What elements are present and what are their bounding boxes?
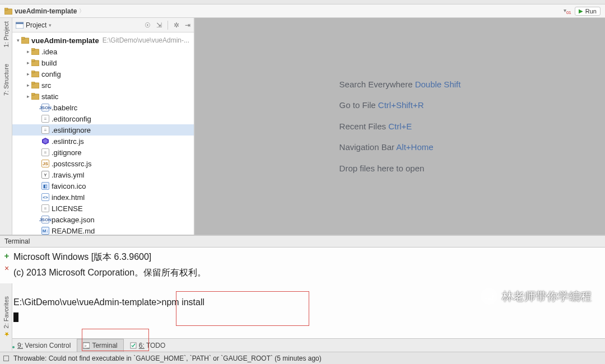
tree-file-eslintrcjs[interactable]: .eslintrc.js (12, 136, 194, 147)
tree-file-packagejson[interactable]: JSONpackage.json (12, 214, 194, 225)
file-icon: M↓ (41, 227, 49, 235)
tree-root[interactable]: ▾vueAdmin-templateE:\GitDemo\vue\vueAdmi… (12, 35, 194, 46)
svg-rect-5 (21, 37, 25, 39)
expand-arrow-icon[interactable]: ▸ (25, 94, 31, 99)
tree-folder-config[interactable]: ▸config (12, 68, 194, 80)
svg-rect-1 (4, 8, 8, 10)
welcome-hints: Search Everywhere Double Shift Go to Fil… (339, 74, 461, 179)
expand-arrow-icon[interactable]: ▾ (15, 38, 21, 43)
folder-icon (4, 8, 12, 15)
folder-icon (31, 48, 39, 55)
annotation-box-command (176, 291, 309, 326)
tool-tab-structure[interactable]: 7: Structure (3, 64, 10, 96)
file-icon: ≡ (41, 115, 49, 123)
tree-folder-build[interactable]: ▸build (12, 57, 194, 68)
tree-file-faviconico[interactable]: ◧favicon.ico (12, 180, 194, 192)
tree-file-babelrc[interactable]: JSON.babelrc (12, 102, 194, 113)
file-icon: ≡ (41, 126, 49, 134)
tree-folder-src[interactable]: ▸src (12, 80, 194, 91)
svg-point-19 (12, 346, 15, 348)
terminal-output[interactable]: Microsoft Windows [版本 6.3.9600] (c) 2013… (13, 248, 605, 338)
svg-rect-3 (16, 22, 24, 24)
project-panel: Project ▾ ☉ ⇲ ✲ ⇥ ▾vueAdmin-templateE:\G… (12, 18, 194, 235)
project-panel-header: Project ▾ ☉ ⇲ ✲ ⇥ (12, 18, 194, 32)
tab-terminal[interactable]: >_ Terminal (77, 339, 123, 352)
editor-empty-area[interactable]: Search Everywhere Double Shift Go to Fil… (194, 18, 605, 235)
tree-file-READMEmd[interactable]: M↓README.md (12, 225, 194, 235)
run-button[interactable]: ▶ Run (575, 7, 601, 16)
new-session-button[interactable]: + (4, 251, 10, 260)
collapse-icon[interactable]: ⇲ (156, 21, 162, 29)
eslint-icon (41, 137, 49, 145)
tab-version-control[interactable]: 9: Version Control (2, 339, 77, 352)
tree-folder-static[interactable]: ▸static (12, 91, 194, 102)
expand-arrow-icon[interactable]: ▸ (25, 49, 31, 54)
tree-file-LICENSE[interactable]: ≡LICENSE (12, 203, 194, 214)
svg-rect-13 (31, 82, 35, 84)
tree-file-indexhtml[interactable]: <>index.html (12, 192, 194, 203)
project-panel-icon (16, 22, 24, 29)
breadcrumb-root[interactable]: vueAdmin-template (15, 7, 77, 15)
bottom-tool-tabs: 9: Version Control >_ Terminal 6: TODO (0, 338, 605, 352)
close-session-button[interactable]: × (4, 264, 9, 273)
status-icon[interactable] (3, 356, 9, 361)
terminal-caret (13, 312, 18, 322)
tab-todo[interactable]: 6: TODO (124, 339, 172, 352)
target-icon[interactable]: ☉ (145, 21, 151, 29)
folder-icon (21, 37, 29, 44)
folder-icon (31, 59, 39, 66)
chevron-right-icon: 〉 (79, 7, 85, 15)
status-bar: Throwable: Could not find executable in … (0, 352, 605, 364)
svg-rect-15 (31, 93, 35, 95)
file-icon: Y (41, 171, 49, 179)
file-icon: JSON (41, 216, 49, 223)
expand-arrow-icon[interactable]: ▸ (25, 71, 31, 77)
file-icon: ≡ (41, 204, 49, 212)
file-icon: ◧ (41, 182, 49, 190)
svg-rect-7 (31, 48, 35, 50)
run-label: Run (585, 8, 597, 15)
tree-file-postcssrcjs[interactable]: JS.postcssrc.js (12, 158, 194, 169)
file-icon: <> (41, 193, 49, 201)
file-icon: JS (41, 160, 49, 167)
terminal-icon: >_ (83, 342, 90, 349)
file-icon: ≡ (41, 148, 49, 156)
tree-folder-idea[interactable]: ▸.idea (12, 46, 194, 57)
tree-file-eslintignore[interactable]: ≡.eslintignore (12, 124, 194, 136)
left-tool-gutter: 1: Project 7: Structure (0, 18, 12, 235)
tool-tab-project[interactable]: 1: Project (3, 21, 10, 47)
svg-text:>_: >_ (84, 343, 90, 348)
project-tree[interactable]: ▾vueAdmin-templateE:\GitDemo\vue\vueAdmi… (12, 32, 194, 235)
svg-rect-11 (31, 71, 35, 73)
expand-arrow-icon[interactable]: ▸ (25, 60, 31, 66)
gear-icon[interactable]: ✲ (174, 21, 179, 29)
window-titlebar (0, 0, 605, 4)
todo-icon (130, 342, 137, 349)
tree-file-editorconfig[interactable]: ≡.editorconfig (12, 113, 194, 124)
play-icon: ▶ (579, 8, 583, 14)
folder-icon (31, 93, 39, 100)
tree-file-gitignore[interactable]: ≡.gitignore (12, 147, 194, 158)
hide-icon[interactable]: ⇥ (185, 21, 190, 29)
svg-rect-9 (31, 59, 35, 62)
terminal-body[interactable]: + × Microsoft Windows [版本 6.3.9600] (c) … (0, 248, 605, 338)
terminal-header[interactable]: Terminal (0, 235, 605, 248)
status-message: Throwable: Could not find executable in … (13, 354, 322, 362)
project-panel-title: Project (26, 21, 46, 29)
tree-file-travisyml[interactable]: Y.travis.yml (12, 169, 194, 180)
tool-tab-favorites-wrap: ★2: Favorites (0, 283, 12, 351)
tool-tab-favorites[interactable]: ★2: Favorites (2, 296, 10, 338)
folder-icon (31, 82, 39, 88)
breadcrumb-bar: vueAdmin-template 〉 ▾01 ▶ Run (0, 4, 605, 18)
folder-icon (31, 71, 39, 77)
expand-arrow-icon[interactable]: ▸ (25, 82, 31, 88)
file-icon: JSON (41, 104, 49, 111)
